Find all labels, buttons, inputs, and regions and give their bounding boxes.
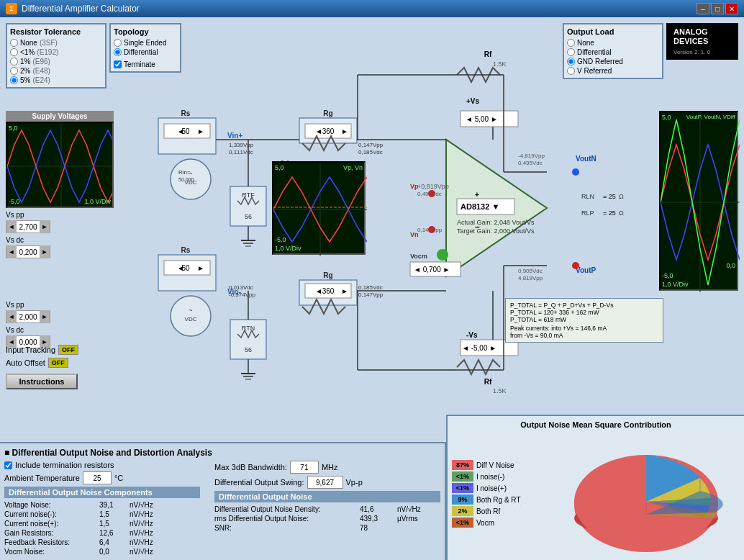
svg-text:0,147Vpp: 0,147Vpp (358, 292, 384, 298)
voltage-noise-unit: nV/√Hz (130, 501, 173, 509)
current-noise-p-value: 1,5 (99, 520, 128, 528)
topology-differential[interactable]: Differential (114, 48, 177, 56)
analysis-left: Include termination resistors Ambient Te… (4, 461, 200, 556)
load-differential[interactable]: Differential (567, 48, 659, 56)
scope-y-bot: -5,0 (9, 198, 20, 205)
vocm-noise-unit: nV/√Hz (130, 548, 173, 556)
analysis-title: ■ Differential Output Noise and Distorti… (4, 448, 440, 458)
svg-text:360: 360 (322, 287, 335, 295)
svg-text:56: 56 (245, 346, 252, 353)
vs-dc-control: Vs dc ◄ 0,200 ► (6, 236, 114, 258)
instructions-button[interactable]: Instructions (6, 374, 78, 389)
svg-text:VoutN: VoutN (576, 155, 596, 163)
svg-rect-55 (461, 111, 518, 127)
svg-rect-4 (164, 124, 210, 138)
out-scope-center: 0,0 (726, 262, 735, 269)
input-tracking-toggle[interactable]: OFF (58, 345, 78, 355)
snr-label: SNR: (214, 524, 358, 532)
vs-pp2-control: Vs pp ◄ 2,000 ► (6, 301, 114, 323)
close-button[interactable]: ✕ (725, 3, 738, 14)
include-term-checkbox[interactable] (4, 461, 12, 469)
svg-point-77 (437, 249, 448, 261)
vs-pp-spinbox[interactable]: ◄ 2,700 ► (6, 220, 50, 233)
vp-vn-y-top: 5,0 (275, 164, 284, 171)
svg-text:Rin=: Rin= (178, 169, 191, 176)
load-gnd-referred[interactable]: GND Referred (567, 58, 659, 66)
power-formula: P_TOTAL = P_Q + P_D+Vs + P_D-Vs (510, 302, 658, 309)
max-bw-input[interactable] (290, 461, 319, 474)
topology-single-ended[interactable]: Single Ended (114, 39, 177, 47)
tolerance-1pct[interactable]: 1% (E96) (10, 58, 102, 66)
vs-pp2-decrement[interactable]: ◄ (6, 310, 17, 323)
legend-i-neg: <1% I noise(-) (452, 471, 553, 482)
vp-vn-scope: 5,0 -5,0 1,0 V/Div Vp, Vn (272, 161, 366, 255)
auto-offset-row: Auto Offset OFF (6, 358, 78, 368)
svg-rect-27 (230, 320, 266, 359)
voltage-noise-label: Voltage Noise: (4, 501, 98, 509)
tolerance-2pct[interactable]: 2% (E48) (10, 67, 102, 75)
svg-text:RLP: RLP (581, 209, 594, 217)
svg-text:= 25: = 25 (603, 209, 616, 217)
svg-point-8 (171, 159, 211, 199)
pie-chart-title: Output Noise Mean Square Contribution (452, 420, 740, 429)
supply-voltages-title: Supply Voltages (6, 111, 114, 122)
vs-pp2-spinbox[interactable]: ◄ 2,000 ► (6, 310, 50, 323)
supply-voltages2-section: Vs pp ◄ 2,000 ► Vs dc ◄ 0,000 ► (6, 298, 114, 348)
resistor-tolerance-title: Resistor Tolerance (10, 27, 102, 36)
tolerance-lt1[interactable]: <1% (E192) (10, 48, 102, 56)
vp-vn-y-bot: -5,0 (275, 236, 286, 243)
load-v-referred[interactable]: V Referred (567, 67, 659, 75)
load-none[interactable]: None (567, 39, 659, 47)
vs-dc-decrement[interactable]: ◄ (6, 245, 17, 258)
svg-text:Rs: Rs (181, 246, 191, 254)
vs-pp-decrement[interactable]: ◄ (6, 220, 17, 233)
svg-rect-13 (158, 255, 216, 291)
vs-dc-label: Vs dc (6, 236, 114, 244)
resistor-tolerance-panel: Resistor Tolerance None (3SF) <1% (E192)… (6, 23, 106, 91)
maximize-button[interactable]: □ (711, 3, 724, 14)
svg-text:+Vs: +Vs (466, 97, 480, 105)
topology-terminate[interactable]: Terminate (114, 60, 177, 68)
gain-resistors-label: Gain Resistors: (4, 529, 98, 537)
feedback-resistors-label: Feedback Resistors: (4, 538, 98, 546)
supply-voltages-section: Supply Voltages 5,0 -5,0 1,0 V/Div Vs pp… (6, 111, 114, 258)
snr-value: 78 (360, 524, 396, 532)
legend-rg-rt: 9% Both Rg & RT (452, 494, 553, 505)
output-load-group: None Differential GND Referred V Referre… (567, 39, 659, 75)
svg-text:►: ► (341, 127, 348, 135)
ambient-temp-unit: °C (114, 474, 123, 482)
legend-vocm: <1% Vocm (452, 518, 553, 528)
diff-swing-label: Differential Output Swing: (214, 478, 304, 487)
svg-text:►: ► (341, 287, 348, 295)
scope-x-div-supply: 1,0 V/Div (84, 198, 111, 205)
diff-swing-input[interactable] (307, 476, 343, 489)
max-bw-row: Max 3dB Bandwidth: MHz (214, 461, 440, 474)
vs-dc-spinbox[interactable]: ◄ 0,200 ► (6, 245, 50, 258)
noise-components-grid: Voltage Noise: 39,1 nV/√Hz Current noise… (4, 501, 200, 556)
ambient-temp-input[interactable] (83, 471, 112, 484)
tolerance-none[interactable]: None (3SF) (10, 39, 102, 47)
vs-pp-increment[interactable]: ► (40, 220, 50, 233)
max-bw-label: Max 3dB Bandwidth: (214, 463, 287, 471)
svg-text:1.5K: 1.5K (493, 60, 507, 68)
legend-color-i-pos: <1% (452, 483, 473, 493)
svg-text:0,905Vdc: 0,905Vdc (518, 268, 543, 274)
svg-text:VDC: VDC (185, 316, 197, 322)
vs-pp2-increment[interactable]: ► (40, 310, 50, 323)
legend-color-vocm: <1% (452, 518, 473, 528)
tolerance-5pct[interactable]: 5% (E24) (10, 76, 102, 84)
svg-text:Rs: Rs (181, 109, 191, 117)
auto-offset-toggle[interactable]: OFF (48, 358, 68, 368)
svg-text:Ω: Ω (619, 193, 624, 200)
svg-text:50.000: 50.000 (178, 177, 194, 182)
svg-text:RTF: RTF (242, 191, 255, 199)
input-tracking-row: Input Tracking OFF (6, 345, 78, 355)
svg-text:◄: ◄ (315, 287, 322, 295)
minimize-button[interactable]: – (697, 3, 709, 14)
vs-dc-increment[interactable]: ► (40, 245, 50, 258)
analog-devices-logo: ANALOG DEVICES Version 2. 1. 0 (666, 23, 738, 60)
diff-swing-row: Differential Output Swing: Vp-p (214, 476, 440, 489)
noise-density-unit: nV/√Hz (397, 505, 440, 513)
vs-pp-control: Vs pp ◄ 2,700 ► (6, 211, 114, 233)
svg-point-92 (572, 262, 579, 269)
